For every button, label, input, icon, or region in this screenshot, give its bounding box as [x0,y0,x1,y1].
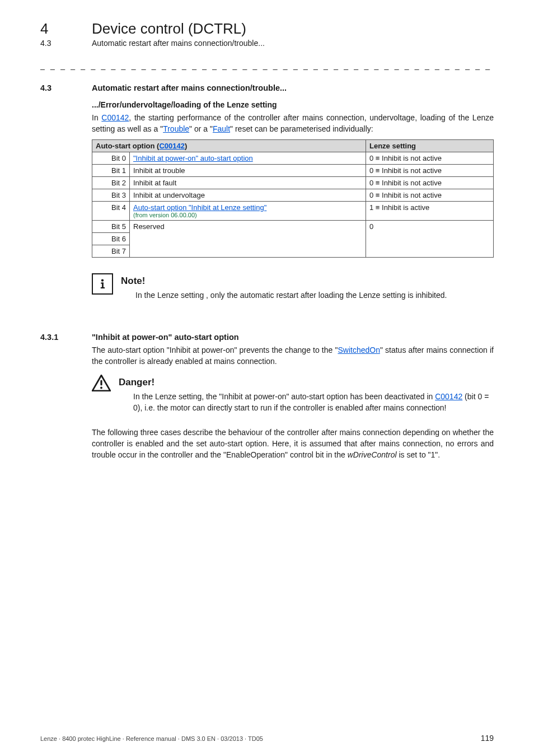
intro-text-mid2: " or a " [189,124,213,133]
note-callout: Note! In the Lenze setting , only the au… [92,273,494,301]
option-desc: Inhibit at undervoltage [130,189,366,201]
table-row: Bit 4 Auto-start option "Inhibit at Lenz… [92,201,494,220]
section-4-3-title: Automatic restart after mains connection… [92,83,287,92]
link-c00142-danger[interactable]: C00142 [435,392,462,401]
closing-post: is set to "1". [397,450,441,459]
link-c00142-table[interactable]: C00142 [159,142,185,150]
chapter-title: Device control (DCTRL) [92,20,246,38]
setting-value: 0 ≡ Inhibit is not active [366,189,494,201]
note-title: Note! [121,276,447,287]
section-4-3-subheading: .../Error/undervoltage/loading of the Le… [92,100,494,109]
section-4-3-intro: In C00142, the starting performance of t… [92,113,494,135]
closing-paragraph: The following three cases describe the b… [92,427,494,461]
svg-rect-2 [102,282,104,288]
table-header-left-post: ) [185,142,187,150]
setting-value: 0 ≡ Inhibit is not active [366,176,494,189]
svg-point-0 [101,279,104,281]
svg-rect-3 [101,287,105,288]
page-number: 119 [481,734,494,743]
table-header-left-pre: Auto-start option ( [96,142,159,150]
bit-label: Bit 2 [92,176,130,189]
table-row: Bit 5 Reserved 0 [92,220,494,232]
bit-label: Bit 3 [92,189,130,201]
page-footer: Lenze · 8400 protec HighLine · Reference… [40,734,494,743]
link-fault[interactable]: Fault [213,124,230,133]
svg-point-6 [100,387,102,389]
svg-rect-5 [100,380,102,386]
setting-value: 0 [366,220,494,232]
auto-start-option-table: Auto-start option (C00142) Lenze setting… [92,139,494,258]
table-header-left: Auto-start option (C00142) [92,139,366,152]
section-4-3-1-number: 4.3.1 [40,333,72,342]
option-desc: Reserved [130,220,366,232]
header-sub-title: Automatic restart after mains connection… [92,39,265,48]
option-desc: Inhibit at trouble [130,164,366,176]
note-body: In the Lenze setting , only the automati… [135,290,447,301]
table-row: Bit 3 Inhibit at undervoltage 0 ≡ Inhibi… [92,189,494,201]
danger-body: In the Lenze setting, the "Inhibit at po… [133,391,494,414]
table-row: Bit 1 Inhibit at trouble 0 ≡ Inhibit is … [92,164,494,176]
intro-text-post: " reset can be parameterised individuall… [230,124,373,133]
intro-text-pre: In [92,113,101,122]
dash-rule: _ _ _ _ _ _ _ _ _ _ _ _ _ _ _ _ _ _ _ _ … [40,61,494,70]
link-trouble[interactable]: Trouble [163,124,189,133]
table-row: Bit 6 [92,232,494,245]
header-sub-number: 4.3 [40,39,72,48]
table-row: Bit 7 [92,245,494,257]
table-row: Bit 2 Inhibit at fault 0 ≡ Inhibit is no… [92,176,494,189]
chapter-number: 4 [40,20,72,38]
bit-label: Bit 0 [92,152,130,164]
bit-label: Bit 4 [92,201,130,220]
bit-label: Bit 6 [92,232,130,245]
link-inhibit-lenze-setting[interactable]: Auto-start option "Inhibit at Lenze sett… [133,203,266,212]
info-icon [92,273,113,295]
link-c00142[interactable]: C00142 [101,113,129,122]
table-header-right: Lenze setting [366,139,494,152]
danger-icon [92,375,111,394]
setting-value: 0 ≡ Inhibit is not active [366,152,494,164]
para-pre: The auto-start option "Inhibit at power-… [92,346,338,354]
section-4-3-number: 4.3 [40,83,72,92]
link-switchedon[interactable]: SwitchedOn [338,346,380,354]
section-4-3-1-intro: The auto-start option "Inhibit at power-… [92,345,494,367]
danger-callout: Danger! In the Lenze setting, the "Inhib… [92,375,494,414]
footer-left: Lenze · 8400 protec HighLine · Reference… [40,735,263,742]
bit-label: Bit 1 [92,164,130,176]
section-4-3-1-title: "Inhibit at power-on" auto-start option [92,333,239,342]
option-desc: Inhibit at fault [130,176,366,189]
bit-label: Bit 7 [92,245,130,257]
bit-label: Bit 5 [92,220,130,232]
table-row: Bit 0 "Inhibit at power-on" auto-start o… [92,152,494,164]
setting-value: 0 ≡ Inhibit is not active [366,164,494,176]
version-note: (from version 06.00.00) [133,212,362,218]
link-inhibit-power-on[interactable]: "Inhibit at power-on" auto-start option [133,154,253,162]
danger-title: Danger! [119,377,494,388]
danger-body-pre: In the Lenze setting, the "Inhibit at po… [133,392,435,401]
closing-em: wDriveControl [348,450,397,459]
setting-value: 1 ≡ Inhibit is active [366,201,494,220]
